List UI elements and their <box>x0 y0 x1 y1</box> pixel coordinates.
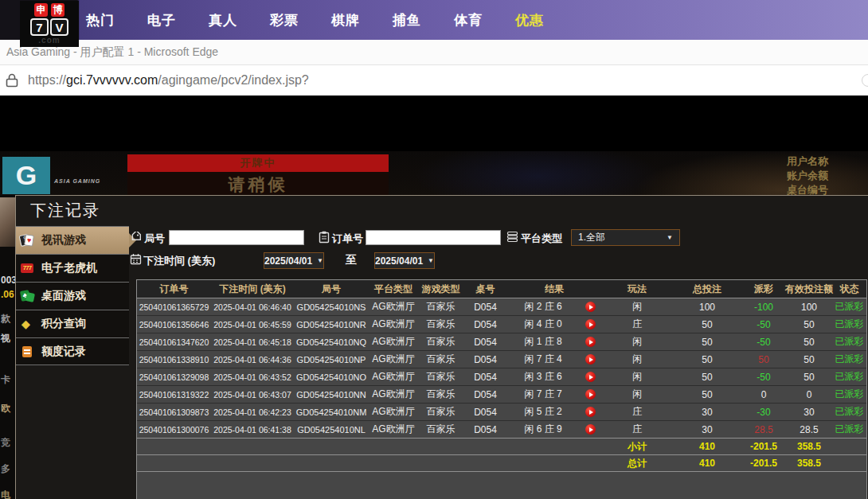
menu-item-points-query[interactable]: ◆ 积分查询 <box>16 310 129 337</box>
cell-game: 百家乐 <box>418 351 463 368</box>
menu-item-table-games[interactable]: ♣ 桌面游戏 <box>16 282 129 310</box>
menu-item-live-games[interactable]: 9♥ 视讯游戏 <box>16 226 129 254</box>
lock-icon[interactable] <box>6 73 18 88</box>
table-body: 2504010613657292025-04-01 06:46:40GD0542… <box>137 298 866 439</box>
subtotal-total-bet: 410 <box>673 439 741 454</box>
cell-bet: 30 <box>673 403 741 420</box>
cell-order: 250401061356646 <box>137 316 211 333</box>
platform-type-label: 平台类型 <box>521 232 562 246</box>
subtotal-payout: -201.5 <box>741 439 786 454</box>
cell-time: 2025-04-01 06:45:18 <box>211 333 294 350</box>
cell-tableno: D054 <box>463 421 507 438</box>
cell-time: 2025-04-01 06:42:23 <box>211 403 294 420</box>
cell-play <box>579 316 601 333</box>
play-video-button[interactable] <box>585 372 596 382</box>
cell-result: 闲 7 庄 7 <box>507 386 579 403</box>
col-header-payout: 派彩 <box>741 280 786 298</box>
cell-playtype: 庄 <box>601 403 673 420</box>
site-top-nav: 热门 电子 真人 彩票 棋牌 捕鱼 体育 优惠 <box>0 0 868 40</box>
menu-item-label: 桌面游戏 <box>41 289 86 303</box>
cell-playtype: 庄 <box>601 316 673 333</box>
play-video-button[interactable] <box>585 302 596 312</box>
cell-platform: AG欧洲厅 <box>369 386 418 403</box>
cell-tableno: D054 <box>463 316 507 333</box>
cell-order: 250401061319322 <box>137 386 211 403</box>
cell-valid: 28.5 <box>786 421 832 438</box>
panel-menu: 9♥ 视讯游戏 777 电子老虎机 ♣ 桌面游戏 ◆ 积分查询 额度记录 <box>16 226 129 365</box>
logo-tiles: 7 V <box>30 18 68 36</box>
table-row: 2504010613389102025-04-01 06:44:36GD0542… <box>137 351 866 368</box>
playing-cards-icon: 9♥ <box>20 233 36 248</box>
play-video-button[interactable] <box>585 354 596 365</box>
cell-playtype: 庄 <box>601 421 673 438</box>
document-icon <box>20 345 36 359</box>
cell-order: 250401061347620 <box>137 333 211 350</box>
order-number-input[interactable] <box>366 230 501 245</box>
nav-item-slots[interactable]: 电子 <box>147 11 176 29</box>
logo-tile-v: V <box>50 18 68 36</box>
order-number-label: 订单号 <box>332 232 363 246</box>
play-video-button[interactable] <box>585 424 596 435</box>
total-label: 总计 <box>601 455 673 471</box>
background-fragment: 视 <box>1 332 10 345</box>
table-row: 2504010613476202025-04-01 06:45:18GD0542… <box>137 333 866 351</box>
cell-status: 已派彩 <box>832 333 866 350</box>
cell-status: 已派彩 <box>832 298 866 315</box>
background-fragment: 多 <box>1 462 10 476</box>
cell-time: 2025-04-01 06:41:38 <box>211 421 294 438</box>
play-video-button[interactable] <box>585 389 596 400</box>
col-header-order: 订单号 <box>137 280 211 298</box>
play-video-button[interactable] <box>585 407 596 417</box>
cell-result: 闲 6 庄 9 <box>507 421 579 438</box>
play-video-button[interactable] <box>585 337 596 347</box>
col-header-playtype: 玩法 <box>601 280 673 298</box>
cell-play <box>579 368 601 385</box>
background-fragment: 竞 <box>1 436 10 450</box>
background-fragment: 卡 <box>1 373 10 387</box>
nav-item-live[interactable]: 真人 <box>209 11 237 29</box>
col-header-time: 下注时间 (美东) <box>211 280 294 298</box>
gem-icon: ◆ <box>20 317 36 331</box>
nav-item-fishing[interactable]: 捕鱼 <box>393 11 421 29</box>
nav-item-hot[interactable]: 热门 <box>86 11 115 29</box>
cell-payout: -50 <box>741 368 786 385</box>
nav-item-sports[interactable]: 体育 <box>454 11 483 29</box>
cell-status: 已派彩 <box>832 316 866 333</box>
cell-valid: 0 <box>786 386 832 403</box>
browser-address-bar[interactable]: https://gci.7vvvvvv.com/agingame/pcv2/in… <box>0 65 868 96</box>
cell-platform: AG欧洲厅 <box>369 333 418 350</box>
cell-game: 百家乐 <box>418 316 463 333</box>
table-row: 2504010613657292025-04-01 06:46:40GD0542… <box>137 298 866 316</box>
cell-platform: AG欧洲厅 <box>369 351 418 368</box>
table-row: 2504010613193222025-04-01 06:43:07GD0542… <box>137 386 866 403</box>
play-video-button[interactable] <box>585 319 596 329</box>
nav-item-cards[interactable]: 棋牌 <box>331 11 360 29</box>
logo-badges: 申 博 <box>34 3 65 17</box>
calendar-icon <box>130 253 142 265</box>
round-number-input[interactable] <box>169 230 304 245</box>
site-logo[interactable]: 申 博 7 V .com <box>20 1 79 47</box>
cell-platform: AG欧洲厅 <box>369 421 418 438</box>
cell-game: 百家乐 <box>418 333 463 350</box>
cell-valid: 50 <box>786 316 832 333</box>
account-info-labels: 用户名称 账户余额 桌台编号 <box>787 154 868 197</box>
cell-round: GD054254010NL <box>294 421 369 438</box>
dimmed-game-background: G ASIA GAMING 开牌中 请稍候 用户名称 账户余额 桌台编号 <box>0 151 868 197</box>
cell-tableno: D054 <box>463 333 507 350</box>
menu-item-quota-records[interactable]: 额度记录 <box>16 337 129 365</box>
platform-type-select[interactable]: 1.全部 ▼ <box>571 229 680 246</box>
subtotal-row: 小计 410 -201.5 358.5 <box>137 438 866 455</box>
window-title: Asia Gaming - 用户配置 1 - Microsoft Edge <box>6 45 218 60</box>
platform-type-value: 1.全部 <box>578 231 605 244</box>
nav-item-lottery[interactable]: 彩票 <box>270 11 299 29</box>
menu-item-slots[interactable]: 777 电子老虎机 <box>16 254 129 282</box>
address-bar-action-icon[interactable] <box>862 74 868 87</box>
date-from-value: 2025/04/01 <box>264 255 312 267</box>
cell-bet: 50 <box>673 316 741 333</box>
nav-item-promotions[interactable]: 优惠 <box>515 11 544 29</box>
date-from-select[interactable]: 2025/04/01 ▼ <box>264 252 324 269</box>
date-to-select[interactable]: 2025/04/01 ▼ <box>374 252 435 269</box>
cell-play <box>579 298 601 315</box>
cell-tableno: D054 <box>463 298 507 315</box>
table-games-icon: ♣ <box>20 289 36 303</box>
